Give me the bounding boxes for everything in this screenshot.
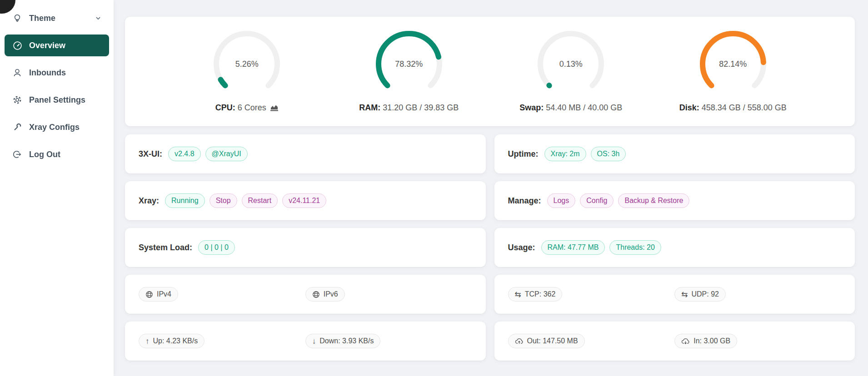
disk-label: Disk: 458.34 GB / 558.00 GB bbox=[679, 103, 787, 113]
globe-icon bbox=[145, 291, 153, 298]
card-connections: ⇆ TCP: 362 ⇆ UDP: 92 bbox=[494, 275, 855, 314]
traffic-in: In: 3.00 GB bbox=[693, 337, 730, 345]
download-speed-pill: ↓ Down: 3.93 KB/s bbox=[305, 334, 381, 348]
manage-logs-button[interactable]: Logs bbox=[547, 193, 576, 208]
sidebar-item-label: Overview bbox=[29, 41, 65, 50]
sidebar: Theme Overview Inbounds bbox=[0, 0, 114, 376]
manage-label: Manage: bbox=[508, 196, 541, 206]
ram-percent: 78.32% bbox=[373, 28, 445, 100]
disk-percent: 82.14% bbox=[697, 28, 769, 100]
wrench-icon bbox=[12, 122, 22, 132]
usage-label: Usage: bbox=[508, 243, 535, 252]
sidebar-item-log-out[interactable]: Log Out bbox=[5, 143, 109, 165]
main-content: 5.26% CPU: 6 Cores 78.32% bbox=[114, 0, 868, 361]
sidebar-item-theme[interactable]: Theme bbox=[5, 7, 109, 29]
sidebar-item-label: Log Out bbox=[29, 150, 60, 159]
gear-icon bbox=[12, 95, 22, 105]
dashboard-icon bbox=[12, 40, 22, 50]
ipv6-pill: IPv6 bbox=[305, 287, 345, 302]
system-load-values-tag: 0 | 0 | 0 bbox=[198, 240, 235, 255]
upload-speed: Up: 4.23 KB/s bbox=[153, 337, 198, 345]
ram-label: RAM: 31.20 GB / 39.83 GB bbox=[359, 103, 459, 113]
uptime-label: Uptime: bbox=[508, 149, 539, 159]
udp-pill: ⇆ UDP: 92 bbox=[674, 287, 726, 302]
swap-arrows-icon: ⇆ bbox=[681, 291, 688, 298]
cpu-label: CPU: 6 Cores bbox=[215, 103, 279, 113]
card-xray: Xray: Running Stop Restart v24.11.21 bbox=[125, 181, 486, 220]
chevron-down-icon[interactable] bbox=[95, 15, 101, 21]
card-manage: Manage: Logs Config Backup & Restore bbox=[494, 181, 855, 220]
card-usage: Usage: RAM: 47.77 MB Threads: 20 bbox=[494, 228, 855, 267]
disk-gauge: 82.14% Disk: 458.34 GB / 558.00 GB bbox=[652, 28, 814, 126]
usage-ram-tag: RAM: 47.77 MB bbox=[541, 240, 605, 255]
sidebar-item-xray-configs[interactable]: Xray Configs bbox=[5, 116, 109, 138]
system-load-label: System Load: bbox=[139, 243, 192, 252]
xray-restart-button[interactable]: Restart bbox=[242, 193, 278, 208]
ram-gauge: 78.32% RAM: 31.20 GB / 39.83 GB bbox=[328, 28, 490, 126]
status-cards-grid: 3X-UI: v2.4.8 @XrayUI Uptime: Xray: 2m O… bbox=[125, 134, 855, 361]
xray-label: Xray: bbox=[139, 196, 159, 206]
card-network-speed: ↑ Up: 4.23 KB/s ↓ Down: 3.93 KB/s bbox=[125, 322, 486, 361]
download-speed: Down: 3.93 KB/s bbox=[319, 337, 374, 345]
arrow-up-icon: ↑ bbox=[145, 337, 150, 345]
user-icon bbox=[12, 68, 22, 78]
3x-ui-label: 3X-UI: bbox=[139, 149, 162, 159]
manage-config-button[interactable]: Config bbox=[580, 193, 614, 208]
usage-threads-tag: Threads: 20 bbox=[609, 240, 661, 255]
traffic-out-pill: Out: 147.50 MB bbox=[508, 334, 585, 348]
cloud-upload-icon bbox=[515, 337, 524, 345]
udp-count: UDP: 92 bbox=[692, 290, 719, 298]
sidebar-item-label: Inbounds bbox=[29, 68, 66, 78]
system-gauges-card: 5.26% CPU: 6 Cores 78.32% bbox=[125, 17, 855, 126]
upload-speed-pill: ↑ Up: 4.23 KB/s bbox=[139, 334, 205, 348]
card-ip-addresses: IPv4 IPv6 bbox=[125, 275, 486, 314]
swap-percent: 0.13% bbox=[534, 28, 607, 100]
sidebar-item-overview[interactable]: Overview bbox=[5, 35, 109, 56]
swap-arrows-icon: ⇆ bbox=[515, 291, 521, 298]
sidebar-item-label: Xray Configs bbox=[29, 123, 80, 132]
ipv4-pill: IPv4 bbox=[139, 287, 178, 302]
traffic-out: Out: 147.50 MB bbox=[527, 337, 578, 345]
sidebar-item-label: Theme bbox=[29, 14, 55, 23]
uptime-os-tag: OS: 3h bbox=[591, 147, 626, 161]
cloud-download-icon bbox=[681, 337, 690, 345]
card-3x-ui: 3X-UI: v2.4.8 @XrayUI bbox=[125, 134, 486, 173]
xui-version-tag[interactable]: v2.4.8 bbox=[168, 147, 201, 161]
cpu-history-chart-icon[interactable] bbox=[270, 104, 279, 112]
arrow-down-icon: ↓ bbox=[312, 337, 316, 345]
uptime-xray-tag: Xray: 2m bbox=[544, 147, 586, 161]
swap-gauge: 0.13% Swap: 54.40 MB / 40.00 GB bbox=[490, 28, 652, 126]
sidebar-item-inbounds[interactable]: Inbounds bbox=[5, 62, 109, 84]
xray-version-tag[interactable]: v24.11.21 bbox=[282, 193, 326, 208]
tcp-pill: ⇆ TCP: 362 bbox=[508, 287, 563, 302]
tcp-count: TCP: 362 bbox=[525, 290, 556, 298]
bulb-icon bbox=[12, 13, 22, 23]
card-system-load: System Load: 0 | 0 | 0 bbox=[125, 228, 486, 267]
card-traffic-total: Out: 147.50 MB In: 3.00 GB bbox=[494, 322, 855, 361]
sidebar-item-label: Panel Settings bbox=[29, 95, 85, 105]
ipv4-value: IPv4 bbox=[157, 290, 171, 298]
card-uptime: Uptime: Xray: 2m OS: 3h bbox=[494, 134, 855, 173]
xui-telegram-tag[interactable]: @XrayUI bbox=[205, 147, 248, 161]
swap-label: Swap: 54.40 MB / 40.00 GB bbox=[519, 103, 622, 113]
logout-icon bbox=[12, 149, 22, 159]
manage-backup-restore-button[interactable]: Backup & Restore bbox=[618, 193, 689, 208]
traffic-in-pill: In: 3.00 GB bbox=[674, 334, 737, 348]
cpu-gauge: 5.26% CPU: 6 Cores bbox=[166, 28, 328, 126]
xray-status-tag: Running bbox=[165, 193, 205, 208]
xray-stop-button[interactable]: Stop bbox=[210, 193, 237, 208]
cpu-percent: 5.26% bbox=[210, 28, 283, 100]
sidebar-menu: Theme Overview Inbounds bbox=[0, 0, 114, 165]
globe-icon bbox=[312, 291, 320, 298]
ipv6-value: IPv6 bbox=[324, 290, 338, 298]
sidebar-item-panel-settings[interactable]: Panel Settings bbox=[5, 89, 109, 111]
